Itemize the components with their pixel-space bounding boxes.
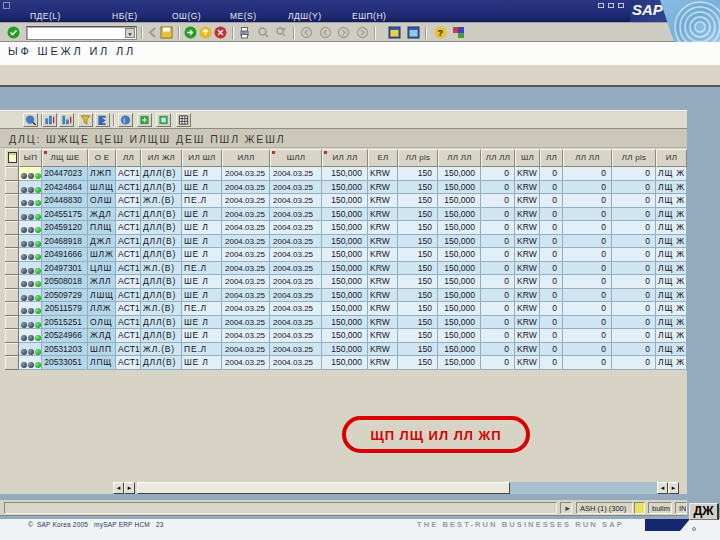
svg-text:?: ?	[438, 28, 444, 38]
